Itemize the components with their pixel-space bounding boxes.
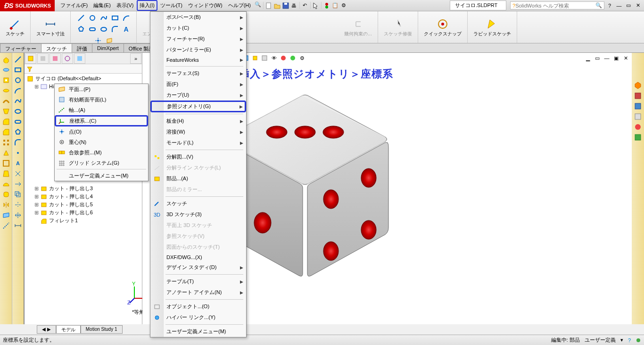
sketch-fillet-icon[interactable] [13, 138, 23, 147]
feat-shell-icon[interactable] [1, 159, 11, 168]
insert-object[interactable]: オブジェクト...(O) [150, 301, 246, 312]
rapid-sketch-button[interactable]: ラピッドスケッチ [471, 17, 513, 37]
insert-exploded[interactable]: 分解図...(V) [150, 151, 246, 162]
sketch-text-icon[interactable]: A [13, 159, 23, 168]
insert-cut[interactable]: カット(C)▶ [150, 23, 246, 34]
save-icon[interactable] [281, 1, 290, 10]
feat-mirror-icon[interactable] [1, 200, 11, 210]
appearance-icon[interactable] [279, 54, 288, 62]
settings-icon[interactable]: ⚙ [339, 1, 348, 10]
taskpane-custom-icon[interactable] [634, 133, 642, 142]
insert-dxf[interactable]: DXF/DWG...(X) [150, 252, 246, 262]
menu-insert[interactable]: 挿入(I) [137, 0, 157, 11]
hide-show-icon[interactable]: 👁 [270, 54, 278, 62]
feat-chamfer-icon[interactable] [1, 127, 11, 137]
feat-fillet-icon[interactable] [1, 117, 11, 126]
display-style-icon[interactable] [260, 54, 269, 62]
bottom-tab-model[interactable]: モデル [56, 325, 81, 334]
submenu-customize[interactable]: ユーザー定義メニュー(M) [55, 170, 148, 181]
submenu-point[interactable]: 点(O) [55, 126, 148, 137]
status-dropdown-icon[interactable]: ▾ [620, 337, 623, 343]
menu-tools[interactable]: ツール(T) [157, 0, 185, 11]
sketch-slot-icon[interactable] [13, 117, 23, 126]
submenu-center-of-mass[interactable]: 重心(N) [55, 137, 148, 147]
status-record-icon[interactable] [636, 337, 641, 343]
help-search[interactable]: ? 🔍 [510, 1, 604, 9]
sketch-extend-icon[interactable] [13, 179, 23, 189]
insert-part[interactable]: 部品...(A) [150, 173, 246, 184]
sketch-arc-icon[interactable] [13, 86, 23, 95]
sketch-polygon-icon[interactable] [13, 127, 23, 137]
help-icon[interactable]: ? [605, 1, 614, 10]
polygon-tool[interactable] [76, 24, 86, 34]
insert-weldment[interactable]: 溶接(W)▶ [150, 126, 246, 137]
sketch-button[interactable]: スケッチ [4, 17, 26, 37]
doc-restore-icon[interactable]: ▭ [593, 54, 602, 62]
fm-tab-more[interactable]: » [130, 53, 141, 64]
feat-rib-icon[interactable] [1, 148, 11, 158]
status-help-icon[interactable]: ? [628, 337, 631, 343]
bottom-tab-motion[interactable]: Motion Study 1 [81, 325, 123, 334]
sketch-trim-icon[interactable] [13, 169, 23, 178]
taskpane-view-palette-icon[interactable] [634, 112, 642, 121]
insert-face[interactable]: 面(F)▶ [150, 79, 246, 90]
doc-minimize-icon[interactable]: ▁ [584, 54, 592, 62]
view-orient-icon[interactable] [251, 54, 259, 62]
smart-dimension-button[interactable]: スマート寸法 [34, 17, 66, 37]
status-custom[interactable]: ユーザー定義 [585, 337, 616, 344]
new-icon[interactable] [264, 1, 273, 10]
feat-pattern-icon[interactable] [1, 138, 11, 147]
spline-tool[interactable] [99, 13, 109, 23]
rebuild-icon[interactable] [322, 1, 331, 10]
submenu-axis[interactable]: 軸...(A) [55, 105, 148, 115]
circle-tool[interactable] [87, 13, 98, 23]
insert-ref-geometry[interactable]: 参照ジオメトリ(G)▶ [150, 101, 246, 112]
submenu-mate-reference[interactable]: 合致参照...(M) [55, 147, 148, 158]
doc-maximize-icon[interactable]: — [603, 54, 611, 62]
sketch-mirror-icon[interactable] [13, 200, 23, 210]
insert-mold[interactable]: モールド(L)▶ [150, 137, 246, 148]
feat-sweep-icon[interactable] [1, 96, 11, 106]
search-go-icon[interactable]: 🔍 [595, 2, 602, 8]
ellipse-tool[interactable] [99, 24, 109, 34]
tree-item[interactable]: ⊞カット - 押し出し5 [25, 201, 141, 209]
bottom-tab-arrows[interactable]: ◀ ▶ [37, 325, 56, 334]
sketch-offset-icon[interactable] [13, 190, 23, 199]
insert-featureworks[interactable]: FeatureWorks▶ [150, 55, 246, 65]
options-icon[interactable]: 📋 [331, 1, 339, 10]
insert-table[interactable]: テーブル(T)▶ [150, 276, 246, 287]
minimize-icon[interactable]: — [615, 1, 623, 10]
tree-item[interactable]: ⊞カット - 押し出し4 [25, 193, 141, 201]
sketch-dim-icon[interactable] [13, 221, 23, 230]
feat-dome-icon[interactable] [1, 179, 11, 189]
fm-tab-feature[interactable] [25, 53, 36, 64]
submenu-grid-system[interactable]: グリッド システム(G) [55, 158, 148, 168]
search-icon[interactable]: 🔍 [254, 0, 262, 8]
select-icon[interactable] [312, 1, 320, 10]
scene-icon[interactable] [289, 54, 297, 62]
submenu-plane[interactable]: 平面...(P) [55, 84, 148, 94]
ref-axis-icon[interactable] [1, 221, 11, 230]
feat-loft-icon[interactable] [1, 107, 11, 116]
fm-tab-property[interactable] [37, 53, 49, 64]
insert-sheet-metal[interactable]: 板金(H)▶ [150, 116, 246, 126]
fm-tab-config[interactable] [50, 53, 61, 64]
fm-filter-bar[interactable] [25, 64, 142, 74]
feat-wrap-icon[interactable] [1, 190, 11, 199]
ref-plane-icon[interactable] [1, 210, 11, 220]
menu-file[interactable]: ファイル(F) [58, 0, 91, 11]
sketch-spline-icon[interactable] [13, 96, 23, 106]
arc-tool[interactable] [121, 13, 132, 23]
insert-hyperlink[interactable]: ハイパー リンク...(Y) [150, 312, 246, 323]
insert-3d-sketch[interactable]: 3D3D スケッチ(3) [150, 209, 246, 220]
feat-revolve-icon[interactable] [1, 65, 11, 75]
rect-tool[interactable] [110, 13, 120, 23]
feat-revolve-cut-icon[interactable] [1, 86, 11, 95]
help-search-input[interactable] [515, 3, 595, 8]
sketch-rect-icon[interactable] [13, 65, 23, 75]
open-icon[interactable] [273, 1, 281, 10]
taskpane-library-icon[interactable] [634, 92, 642, 100]
fillet-tool[interactable] [110, 24, 120, 34]
taskpane-resources-icon[interactable] [634, 81, 642, 90]
tab-evaluate[interactable]: 評価 [72, 43, 92, 52]
